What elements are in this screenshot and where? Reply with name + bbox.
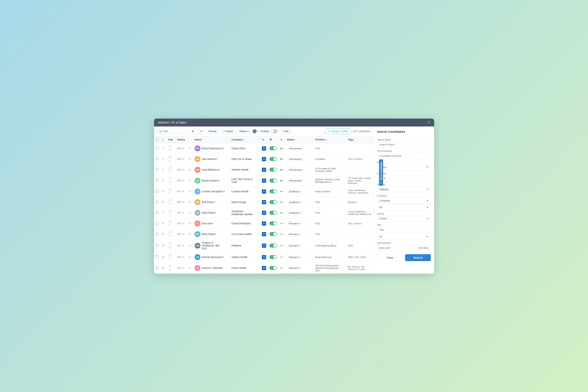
row-checkbox-cell[interactable]	[154, 164, 160, 175]
row-edit-icon[interactable]: ✎	[168, 268, 171, 272]
row-checkbox[interactable]	[156, 256, 158, 258]
reorder-icon[interactable]: ⇄	[188, 190, 191, 193]
add-button[interactable]: + Add	[279, 128, 291, 134]
reorder-icon[interactable]: ⇄	[188, 157, 191, 161]
row-checkbox-cell[interactable]	[154, 252, 160, 262]
row-status-cell[interactable]: Interviewing ▾	[285, 164, 310, 175]
reorder-icon[interactable]: ⇄	[188, 179, 191, 182]
clear-button[interactable]: Clear	[377, 254, 403, 261]
color-dot-selector[interactable]: ▾	[252, 129, 259, 134]
status-dropdown[interactable]: Interviewing ▾	[287, 178, 305, 183]
select-all-checkbox[interactable]	[156, 138, 158, 141]
status-select[interactable]: Status	[377, 164, 431, 170]
row-checkbox[interactable]	[156, 222, 158, 224]
row-toggle-view[interactable]	[268, 208, 279, 218]
row-checkbox[interactable]	[156, 158, 158, 160]
row-linkedin[interactable]: in	[260, 218, 268, 229]
candidate-name[interactable]: Gregory S. Henderson, MD, PhD	[202, 241, 225, 250]
row-edit-icon[interactable]: ✎	[168, 148, 171, 152]
row-edit-icon[interactable]: ✎	[168, 159, 171, 163]
status-color-selector[interactable]: ▾	[280, 169, 283, 171]
row-doc-icon[interactable]: 📄	[168, 230, 172, 234]
row-toggle-view[interactable]	[268, 154, 279, 164]
row-checkbox[interactable]	[156, 168, 158, 171]
row-linkedin[interactable]: in	[260, 252, 268, 262]
export-button[interactable]: ↗ Export	[220, 128, 235, 134]
row-checkbox[interactable]	[156, 232, 158, 235]
reorder-icon[interactable]: ⇄	[188, 266, 191, 270]
visibility-toggle-row[interactable]	[269, 200, 277, 204]
category-select[interactable]: ▾	[384, 177, 429, 180]
row-edit-icon[interactable]: ✎	[168, 213, 171, 216]
row-doc-icon[interactable]: 📄	[168, 156, 172, 159]
candidate-name[interactable]: Charles Vanquitez	[202, 190, 222, 193]
row-edit-icon[interactable]: ✎	[168, 224, 171, 227]
row-status-cell[interactable]: Research ▾	[285, 240, 310, 252]
row-status-cell[interactable]: Qualifying ▾	[285, 208, 310, 218]
row-doc-icon[interactable]: 📄	[168, 166, 172, 170]
reorder-icon[interactable]: ⇄	[188, 222, 191, 225]
visibility-toggle-row[interactable]	[269, 190, 277, 194]
row-checkbox-cell[interactable]	[154, 208, 160, 218]
row-linkedin[interactable]: in	[260, 197, 268, 208]
filter-input-wrap[interactable]: 🔍	[157, 129, 188, 134]
company-all-select[interactable]: All	[377, 204, 431, 210]
school-select[interactable]: School	[377, 216, 431, 222]
row-checkbox[interactable]	[156, 200, 158, 203]
end-date-input[interactable]	[416, 245, 434, 251]
reorder-icon[interactable]: ⇄	[188, 244, 191, 247]
status-color-selector[interactable]: ▾	[280, 190, 283, 192]
candidate-name[interactable]: Amoud Sansoura	[202, 256, 221, 258]
candidate-name[interactable]: Benita Juarez	[202, 179, 217, 182]
company-select[interactable]: Company	[377, 198, 431, 204]
status-dropdown[interactable]: Qualifying ▾	[287, 200, 303, 204]
status-dropdown[interactable]: Research ▾	[287, 255, 302, 259]
row-dot-cell[interactable]: ▾	[279, 229, 285, 240]
visibility-toggle-row[interactable]	[269, 222, 277, 225]
candidate-name[interactable]: Della Rice	[202, 211, 213, 214]
row-edit-icon[interactable]: ✎	[168, 192, 171, 195]
candidate-name[interactable]: Brent Klausmann	[202, 147, 221, 150]
row-edit-icon[interactable]: ✎	[168, 170, 171, 173]
row-dot-cell[interactable]: ▾	[279, 262, 285, 274]
visibility-toggle-row[interactable]	[269, 157, 277, 161]
row-edit-icon[interactable]: ✎	[168, 181, 171, 184]
filter-input[interactable]	[163, 130, 186, 133]
row-checkbox-cell[interactable]	[154, 197, 160, 208]
linkedin-icon[interactable]: in	[262, 200, 266, 204]
row-toggle-view[interactable]	[268, 252, 279, 262]
status-color-selector[interactable]: ▾	[280, 244, 283, 247]
status-color-selector[interactable]: ▾	[280, 256, 283, 258]
row-toggle-view[interactable]	[268, 175, 279, 186]
row-doc-icon[interactable]: 📄	[168, 188, 172, 192]
row-toggle-view[interactable]	[268, 218, 279, 229]
title-all-select[interactable]: All	[377, 234, 431, 240]
row-doc-icon[interactable]: 📄	[168, 209, 172, 213]
header-status[interactable]: Status ▾	[285, 136, 310, 143]
row-toggle-view[interactable]	[268, 240, 279, 252]
reorder-icon[interactable]: ⇄	[188, 168, 191, 172]
row-status-cell[interactable]: Research ▾	[285, 229, 310, 240]
search-candidates-tab[interactable]: 🔍 Search Candidates	[379, 159, 383, 186]
row-linkedin[interactable]: in	[260, 186, 268, 197]
row-edit-icon[interactable]: ✎	[168, 202, 171, 206]
row-edit-icon[interactable]: ✎	[168, 257, 171, 261]
linkedin-icon[interactable]: in	[262, 232, 266, 236]
linkedin-icon[interactable]: in	[262, 168, 266, 172]
row-checkbox[interactable]	[156, 211, 158, 214]
candidate-name[interactable]: Bob Plain	[202, 201, 212, 204]
text-keywords-input[interactable]	[377, 153, 431, 159]
search-button[interactable]: Search	[405, 254, 431, 261]
candidate-name[interactable]: Alex Rottan	[202, 158, 215, 160]
visibility-toggle-row[interactable]	[269, 146, 277, 150]
row-checkbox[interactable]	[156, 147, 158, 150]
row-dot-cell[interactable]: ▾	[279, 197, 285, 208]
search-name-input[interactable]	[377, 142, 431, 148]
start-date-input[interactable]	[377, 245, 412, 251]
row-checkbox-cell[interactable]	[154, 262, 160, 274]
status-dropdown[interactable]: Research ▾	[287, 244, 302, 248]
row-doc-icon[interactable]: 📄	[168, 242, 172, 246]
row-linkedin[interactable]: in	[260, 262, 268, 274]
status-dropdown[interactable]: Interviewing ▾	[287, 157, 305, 161]
status-color-selector[interactable]: ▾	[280, 180, 283, 182]
